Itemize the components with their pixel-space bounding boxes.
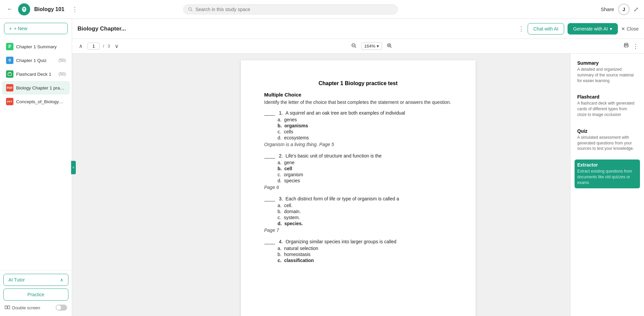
toolbar-more-button[interactable]: ⋮ [633, 43, 639, 50]
search-input[interactable] [196, 7, 393, 12]
zoom-out-button[interactable] [350, 42, 358, 51]
app-title: Biology 101 [34, 6, 64, 12]
answers-4: a. natural selection b. homeostasis c. c… [278, 246, 452, 263]
zoom-in-icon [387, 43, 392, 48]
summary-icon [6, 43, 13, 50]
question-4: 4. Organizing similar species into large… [264, 239, 452, 263]
sidebar: + + New Chapter 1 Summary Chapter 1 Quiz… [0, 19, 72, 316]
quiz-icon [6, 57, 13, 64]
page-total: 3 [108, 44, 110, 49]
expand-button[interactable]: ⤢ [634, 6, 639, 13]
dropdown-item-desc: Extract existing questions from document… [577, 169, 637, 185]
zoom-display[interactable]: 164% ▾ [361, 42, 382, 50]
answers-3: a. cell. b. domain. c. system. d. specie… [278, 203, 452, 226]
answers-2: a. gene b. cell c. organism d. species [278, 160, 452, 183]
answer-line: a. gene [278, 160, 452, 165]
pdf-icon: PDF [6, 84, 13, 91]
page-ref: Organism is a living thing. Page 5 [264, 142, 452, 147]
share-button[interactable]: Share [601, 6, 614, 12]
document-header: Biology Chapter... ⋮ Chat with AI Genera… [72, 19, 644, 39]
double-screen-label: Double screen [5, 305, 40, 310]
answer-line: b. homeostasis [278, 252, 452, 257]
back-button[interactable]: ← [5, 4, 14, 14]
sidebar-item-chapter1-summary[interactable]: Chapter 1 Summary [2, 40, 70, 53]
svg-rect-7 [8, 306, 10, 309]
dropdown-item-desc: A flashcard deck with generated cards of… [577, 101, 637, 117]
answer-line: d. species [278, 178, 452, 183]
sidebar-item-label: Chapter 1 Summary [16, 44, 66, 49]
content-area: Biology Chapter... ⋮ Chat with AI Genera… [72, 19, 644, 316]
page-input[interactable] [88, 43, 100, 50]
print-button[interactable] [623, 43, 629, 50]
document-toolbar: ∧ / 3 ∨ 164% ▾ [72, 39, 644, 54]
double-screen-toggle[interactable] [56, 305, 67, 311]
print-icon [623, 43, 629, 48]
document-scroll[interactable]: Chapter 1 Biology practice test Multiple… [72, 54, 644, 316]
document-menu-button[interactable]: ⋮ [518, 25, 524, 33]
search-bar [183, 4, 398, 14]
dropdown-item-title: Flashcard [577, 94, 637, 100]
zoom-out-icon [351, 43, 357, 48]
app-menu-button[interactable]: ⋮ [70, 5, 80, 14]
page-up-button[interactable]: ∧ [77, 42, 84, 51]
svg-point-13 [625, 45, 626, 46]
zoom-in-button[interactable] [385, 42, 393, 51]
page-ref: Page 7 [264, 228, 452, 233]
doc-section-title: Multiple Choice [264, 92, 452, 98]
page-ref: Page 6 [264, 185, 452, 190]
svg-rect-5 [8, 73, 12, 76]
page-down-button[interactable]: ∨ [113, 42, 120, 51]
svg-rect-3 [8, 47, 10, 48]
chat-ai-button[interactable]: Chat with AI [528, 23, 564, 35]
sidebar-items-list: Chapter 1 Summary Chapter 1 Quiz (50) Fl… [0, 38, 72, 270]
sidebar-item-flashcard-deck1[interactable]: Flashcard Deck 1 (50) [2, 67, 70, 81]
doc-intro: Identify the letter of the choice that b… [264, 100, 452, 105]
sidebar-item-chapter1-quiz[interactable]: Chapter 1 Quiz (50) [2, 54, 70, 67]
answer-line: b. organisms [278, 123, 452, 128]
answer-line: b. domain. [278, 209, 452, 214]
chevron-up-icon: ∧ [60, 277, 63, 282]
dropdown-quiz[interactable]: Quiz A simulated assessment with generat… [575, 126, 640, 154]
answer-line: c. system. [278, 215, 452, 220]
dropdown-item-title: Quiz [577, 128, 637, 134]
zoom-chevron: ▾ [377, 44, 379, 49]
svg-point-4 [9, 59, 10, 61]
question-num: 3. [279, 196, 283, 201]
svg-rect-1 [8, 45, 11, 46]
sidebar-item-label: Concepts_of_Biology_Chap... [16, 99, 66, 104]
avatar[interactable]: J [618, 4, 630, 15]
document-page: Chapter 1 Biology practice test Multiple… [241, 60, 476, 316]
ai-tutor-button[interactable]: AI Tutor ∧ [3, 274, 68, 286]
double-screen-icon [5, 305, 10, 310]
svg-rect-12 [625, 46, 628, 47]
page-separator: / [103, 44, 104, 49]
search-icon [188, 7, 193, 12]
svg-rect-6 [5, 306, 7, 309]
dropdown-extractor[interactable]: Extractor Extract existing questions fro… [575, 160, 640, 188]
new-label: + New [14, 26, 27, 31]
answer-line: b. cell [278, 166, 452, 171]
question-blank [264, 110, 275, 116]
practice-button[interactable]: Practice [3, 289, 68, 301]
sidebar-item-count: (50) [59, 72, 66, 76]
dropdown-summary[interactable]: Summary A detailed and organized summary… [575, 58, 640, 86]
sidebar-item-label: Flashcard Deck 1 [16, 72, 56, 77]
question-blank [264, 239, 275, 244]
answers-1: a. genes b. organisms c. cells d. ecosys… [278, 117, 452, 140]
dropdown-item-desc: A detailed and organized summary of the … [577, 67, 637, 83]
new-button[interactable]: + + New [4, 23, 68, 34]
question-1: 1. A squirrel and an oak tree are both e… [264, 110, 452, 147]
answer-line: d. ecosystems [278, 135, 452, 140]
doc-and-dropdown: Chapter 1 Biology practice test Multiple… [72, 54, 644, 316]
question-text: Organizing similar species into larger g… [285, 239, 396, 244]
sidebar-item-biology-chapter-practice[interactable]: PDF Biology Chapter 1 practice t... [2, 81, 70, 94]
answer-line: d. species. [278, 221, 452, 226]
chevron-down-icon: ▾ [610, 26, 612, 31]
dropdown-item-title: Extractor [577, 162, 637, 168]
generate-ai-button[interactable]: Generate with AI ▾ [568, 23, 618, 35]
question-num: 2. [279, 153, 283, 159]
sidebar-item-concepts-biology[interactable]: PPT Concepts_of_Biology_Chap... [2, 95, 70, 108]
dropdown-flashcard[interactable]: Flashcard A flashcard deck with generate… [575, 91, 640, 120]
answer-line: c. cells [278, 129, 452, 134]
close-button[interactable]: ✕ Close [621, 26, 639, 31]
